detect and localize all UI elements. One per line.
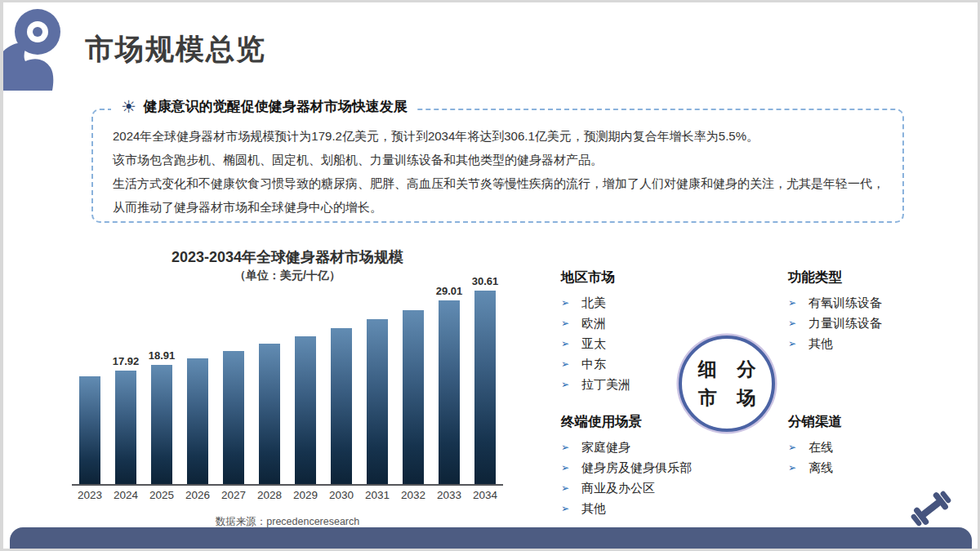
bar-2028: [252, 288, 287, 484]
segment-item-label: 北美: [581, 293, 606, 313]
bar-2032: [395, 288, 431, 484]
bar-2034: 30.61: [467, 288, 503, 484]
x-tick-label: 2028: [252, 489, 287, 501]
segment-item-label: 离线: [808, 458, 833, 478]
segment-item: ➢商业及办公区: [561, 478, 773, 498]
arrow-bullet-icon: ➢: [561, 293, 569, 313]
bar: [331, 328, 352, 484]
bar-value-label: 30.61: [472, 275, 499, 287]
segment-group-title: 地区市场: [561, 269, 773, 287]
segment-item-label: 家庭健身: [581, 438, 630, 457]
segment-group-title: 分销渠道: [788, 413, 978, 431]
x-tick-label: 2025: [144, 489, 180, 501]
chart-subtitle: （单位：美元/十亿）: [72, 269, 503, 283]
segment-item: ➢其他: [561, 499, 773, 518]
segment-item-label: 亚太: [581, 334, 606, 353]
bar: [115, 371, 136, 484]
bar-2033: 29.01: [431, 288, 467, 484]
arrow-bullet-icon: ➢: [561, 438, 569, 457]
chart-title: 2023-2034年全球健身器材市场规模: [72, 247, 503, 267]
x-tick-label: 2023: [72, 489, 108, 501]
bar: [367, 319, 388, 484]
summary-callout-box: ☀ 健康意识的觉醒促使健身器材市场快速发展 2024年全球健身器材市场规模预计为…: [91, 109, 904, 223]
segment-group-title: 功能类型: [788, 269, 978, 287]
segment-item: ➢力量训练设备: [788, 313, 978, 333]
segment-item: ➢家庭健身: [561, 438, 773, 457]
segment-items: ➢有氧训练设备➢力量训练设备➢其他: [788, 293, 978, 353]
bar-2029: [287, 288, 323, 484]
bar: [474, 291, 496, 484]
segment-item-label: 商业及办公区: [581, 478, 655, 498]
footer-bar: [10, 527, 972, 549]
segment-item-label: 在线: [808, 438, 833, 457]
bar: [187, 358, 208, 484]
callout-body: 2024年全球健身器材市场规模预计为179.2亿美元，预计到2034年将达到30…: [93, 110, 902, 219]
bar: [259, 344, 280, 484]
bar-2023: [72, 288, 108, 484]
segment-item: ➢在线: [788, 438, 978, 457]
segment-item: ➢有氧训练设备: [788, 293, 978, 313]
bar: [223, 351, 244, 484]
segment-group-channel: 分销渠道 ➢在线➢离线: [788, 413, 978, 478]
x-tick-label: 2030: [323, 489, 359, 501]
market-size-bar-chart: 2023-2034年全球健身器材市场规模 （单位：美元/十亿） 17.9218.…: [72, 247, 503, 529]
bar-2024: 17.92: [108, 288, 144, 484]
dumbbell-icon: [908, 486, 954, 531]
callout-line: 从而推动了健身器材市场和全球健身中心的增长。: [113, 195, 883, 219]
arrow-bullet-icon: ➢: [561, 313, 569, 333]
segment-item-label: 健身房及健身俱乐部: [581, 458, 692, 478]
arm-kettlebell-icon: [3, 7, 67, 91]
arrow-bullet-icon: ➢: [561, 478, 569, 498]
bar-2025: 18.91: [144, 288, 180, 484]
segment-items: ➢在线➢离线: [788, 438, 978, 478]
x-tick-label: 2026: [180, 489, 216, 501]
bar-2030: [323, 288, 359, 484]
segment-item-label: 拉丁美洲: [581, 375, 630, 394]
segment-item-label: 其他: [581, 499, 606, 518]
segment-item: ➢离线: [788, 458, 978, 478]
segment-item: ➢健身房及健身俱乐部: [561, 458, 773, 478]
callout-line: 2024年全球健身器材市场规模预计为179.2亿美元，预计到2034年将达到30…: [113, 124, 883, 148]
segment-item-label: 其他: [808, 334, 833, 353]
bar-2027: [216, 288, 252, 484]
segment-item-label: 欧洲: [581, 313, 606, 333]
arrow-bullet-icon: ➢: [561, 375, 569, 394]
arrow-bullet-icon: ➢: [788, 334, 796, 353]
bar-2026: [180, 288, 216, 484]
segment-item-label: 中东: [581, 354, 606, 374]
page-title: 市场规模总览: [85, 30, 266, 69]
arrow-bullet-icon: ➢: [561, 458, 569, 478]
arrow-bullet-icon: ➢: [561, 334, 569, 353]
chart-x-axis: 2023202420252026202720282029203020312032…: [72, 489, 503, 501]
callout-line: 生活方式变化和不健康饮食习惯导致的糖尿病、肥胖、高血压和关节炎等慢性疾病的流行，…: [113, 171, 883, 195]
x-tick-label: 2033: [431, 489, 467, 501]
bar: [295, 336, 316, 484]
arrow-bullet-icon: ➢: [561, 354, 569, 374]
bar-2031: [359, 288, 395, 484]
x-tick-label: 2032: [395, 489, 431, 501]
arrow-bullet-icon: ➢: [788, 293, 796, 313]
arrow-bullet-icon: ➢: [788, 458, 796, 478]
x-tick-label: 2024: [108, 489, 144, 501]
x-tick-label: 2029: [287, 489, 323, 501]
circle-label-line: 市 场: [698, 385, 755, 411]
arrow-bullet-icon: ➢: [561, 499, 569, 518]
segment-item: ➢欧洲: [561, 313, 773, 333]
slide: 市场规模总览 ☀ 健康意识的觉醒促使健身器材市场快速发展 2024年全球健身器材…: [3, 2, 978, 549]
x-tick-label: 2027: [216, 489, 252, 501]
circle-label-line: 细 分: [698, 357, 755, 382]
segmented-market-circle: 细 分 市 场: [679, 335, 775, 432]
bar: [151, 365, 172, 484]
arrow-bullet-icon: ➢: [788, 438, 796, 457]
x-tick-label: 2034: [467, 489, 503, 501]
callout-line: 该市场包含跑步机、椭圆机、固定机、划船机、力量训练设备和其他类型的健身器材产品。: [113, 148, 883, 171]
chart-plot: 17.9218.9129.0130.61: [72, 288, 503, 486]
segment-item: ➢其他: [788, 334, 978, 353]
bar: [79, 376, 100, 484]
segment-item-label: 有氧训练设备: [808, 293, 882, 313]
segment-item-label: 力量训练设备: [808, 313, 882, 333]
callout-heading: 健康意识的觉醒促使健身器材市场快速发展: [144, 97, 408, 116]
segment-item: ➢北美: [561, 293, 773, 313]
segment-group-function-type: 功能类型 ➢有氧训练设备➢力量训练设备➢其他: [788, 269, 978, 354]
sun-icon: ☀: [121, 98, 136, 115]
